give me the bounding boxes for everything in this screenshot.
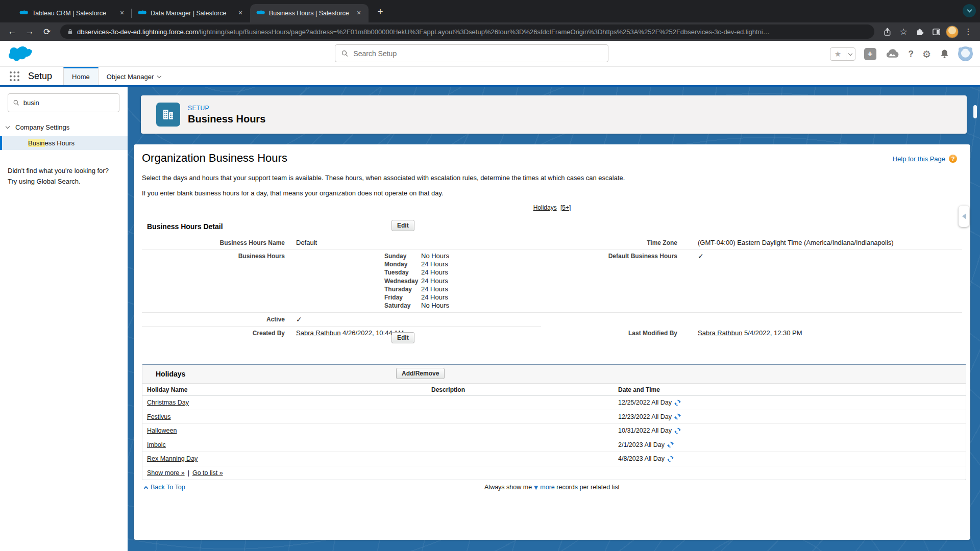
setup-nav-bar: Setup Home Object Manager xyxy=(0,67,980,85)
notifications-bell-icon[interactable] xyxy=(940,49,949,59)
business-hours-days: SundayNo Hours Monday24 Hours Tuesday24 … xyxy=(285,249,541,313)
tab-title: Business Hours | Salesforce xyxy=(269,10,350,17)
extensions-button[interactable] xyxy=(913,25,926,38)
field-label: Active xyxy=(142,313,285,327)
sidebar-item-business-hours[interactable]: Business Hours xyxy=(0,136,128,150)
user-avatar[interactable] xyxy=(958,46,973,61)
sidebar-search-box[interactable] xyxy=(8,93,119,112)
bookmark-star-button[interactable]: ☆ xyxy=(897,25,910,38)
business-hours-building-icon xyxy=(156,103,180,127)
app-launcher-waffle-icon[interactable] xyxy=(9,71,20,82)
records-per-list-row: Always show me▼ more records per related… xyxy=(134,484,970,491)
tab-title: Data Manager | Salesforce xyxy=(151,10,232,17)
page-title: Business Hours xyxy=(188,113,265,125)
holiday-link[interactable]: Christmas Day xyxy=(147,399,189,406)
help-question-icon[interactable]: ? xyxy=(949,155,957,163)
recurring-icon xyxy=(674,399,681,406)
help-icon[interactable]: ? xyxy=(909,49,914,59)
browser-menu-button[interactable]: ⋮ xyxy=(962,25,975,38)
modified-by-link[interactable]: Sabra Rathbun xyxy=(698,329,742,337)
kebab-menu-icon: ⋮ xyxy=(965,27,972,36)
search-icon xyxy=(341,50,348,57)
tab-close-icon[interactable]: × xyxy=(117,9,127,18)
sidebar-search-input[interactable] xyxy=(23,99,114,107)
holiday-link[interactable]: Imbolc xyxy=(147,441,166,448)
created-by-link[interactable]: Sabra Rathbun xyxy=(296,329,340,337)
setup-gear-icon[interactable]: ⚙ xyxy=(922,48,931,60)
recurring-icon xyxy=(674,428,681,434)
edit-button-top[interactable]: Edit xyxy=(391,220,414,231)
browser-tab-tableau-crm[interactable]: Tableau CRM | Salesforce × xyxy=(13,4,132,22)
go-to-list-link[interactable]: Go to list » xyxy=(192,469,223,477)
business-hours-detail-table: Business Hours Name Default Time Zone (G… xyxy=(142,236,962,339)
back-button[interactable]: ← xyxy=(5,24,19,39)
reload-button[interactable]: ⟳ xyxy=(40,24,54,39)
show-more-link[interactable]: Show more » xyxy=(147,469,185,477)
tab-search-chevron-button[interactable] xyxy=(963,4,976,17)
forward-button[interactable]: → xyxy=(22,24,37,39)
holiday-link[interactable]: Festivus xyxy=(147,413,171,420)
tab-close-icon[interactable]: × xyxy=(236,9,245,18)
global-search-input[interactable] xyxy=(353,49,602,58)
quick-create-button[interactable]: + xyxy=(864,48,876,60)
puzzle-icon xyxy=(916,28,924,36)
edit-button-bottom[interactable]: Edit xyxy=(391,332,414,343)
tab-object-manager[interactable]: Object Manager xyxy=(99,67,169,85)
salesforce-logo xyxy=(9,45,32,62)
browser-profile-avatar[interactable] xyxy=(946,26,959,38)
holidays-table-header: Holiday Name Description Date and Time xyxy=(142,383,966,396)
favorites-star-icon[interactable]: ★ xyxy=(830,48,846,60)
collapse-panel-handle[interactable] xyxy=(959,206,969,227)
salesforce-favicon-icon xyxy=(138,10,146,16)
global-search-box[interactable] xyxy=(335,44,608,62)
jump-links-row: Holidays [5+] xyxy=(134,204,970,211)
side-panel-icon xyxy=(932,28,941,36)
column-description: Description xyxy=(431,386,618,393)
holiday-date: 10/31/2022 All Day xyxy=(618,427,672,434)
records-text-post: records per related list xyxy=(556,484,620,491)
iframe-scrollbar-thumb[interactable] xyxy=(973,105,977,118)
chevron-down-icon xyxy=(157,74,161,78)
holidays-jump-count[interactable]: [5+] xyxy=(560,204,571,211)
field-label: Business Hours xyxy=(142,249,285,313)
tab-home[interactable]: Home xyxy=(63,67,99,85)
new-tab-button[interactable]: + xyxy=(374,5,387,18)
browser-tab-business-hours[interactable]: Business Hours | Salesforce × xyxy=(250,4,369,22)
favorites-dropdown-button[interactable] xyxy=(846,48,855,60)
share-icon xyxy=(884,28,891,36)
field-value: (GMT-04:00) Eastern Daylight Time (Ameri… xyxy=(677,236,962,249)
url-path: /lightning/setup/BusinessHours/page?addr… xyxy=(198,28,770,36)
sidebar-section-company-settings[interactable]: Company Settings xyxy=(6,123,69,131)
tab-title: Tableau CRM | Salesforce xyxy=(32,10,113,17)
add-remove-button[interactable]: Add/Remove xyxy=(396,368,445,379)
table-row: Imbolc 2/1/2023 All Day xyxy=(142,438,966,453)
star-icon: ☆ xyxy=(899,27,907,37)
related-list-footer: Show more » | Go to list » xyxy=(142,466,966,480)
field-label: Time Zone xyxy=(541,236,677,249)
favorites-button-group[interactable]: ★ xyxy=(830,47,855,61)
share-button[interactable] xyxy=(880,25,894,38)
holiday-date: 12/23/2022 All Day xyxy=(618,413,672,420)
tab-close-icon[interactable]: × xyxy=(354,9,363,18)
holiday-link[interactable]: Rex Manning Day xyxy=(147,455,198,462)
records-text-pre: Always show me xyxy=(484,484,532,491)
table-row: Festivus 12/23/2022 All Day xyxy=(142,410,966,424)
browser-tab-data-manager[interactable]: Data Manager | Salesforce × xyxy=(132,4,250,22)
side-panel-button[interactable] xyxy=(929,25,943,38)
triangle-left-icon xyxy=(962,213,966,219)
setup-content-region: SETUP Business Hours Organization Busine… xyxy=(128,87,980,551)
business-hours-content-card: Organization Business Hours Help for thi… xyxy=(134,144,970,540)
lock-icon xyxy=(67,28,73,35)
table-row: Christmas Day 12/25/2022 All Day xyxy=(142,396,966,410)
more-records-link[interactable]: more xyxy=(540,484,554,491)
holidays-jump-link[interactable]: Holidays xyxy=(533,204,557,211)
default-business-hours-checkbox: ✓ xyxy=(698,252,704,260)
help-for-this-page-link[interactable]: Help for this Page xyxy=(893,155,945,163)
modified-date: 5/4/2022, 12:30 PM xyxy=(744,329,802,337)
page-eyebrow: SETUP xyxy=(188,105,265,112)
address-bar[interactable]: dbservices-3c-dev-ed.lightning.force.com… xyxy=(60,24,874,39)
trailhead-help-icon[interactable] xyxy=(885,49,900,59)
holiday-link[interactable]: Halloween xyxy=(147,427,177,434)
recurring-icon xyxy=(674,413,681,420)
setup-sidebar: Company Settings Business Hours Didn't f… xyxy=(0,87,128,551)
